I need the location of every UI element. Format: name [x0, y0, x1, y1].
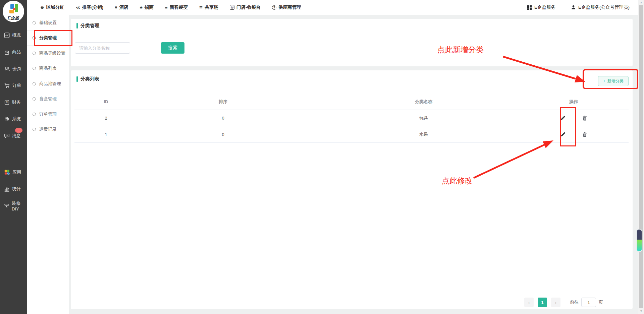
radio-bullet-icon: [33, 21, 36, 24]
sidebar-item-system[interactable]: 系统: [0, 111, 27, 127]
sidebar-item-orders[interactable]: 订单: [0, 77, 27, 94]
gear-icon: [4, 116, 10, 122]
sidebar-label: 订单: [12, 82, 21, 88]
title-accent-bar: [76, 23, 78, 28]
submenu-item-freight-records[interactable]: 运费记录: [27, 122, 69, 137]
cell-sort: 0: [138, 116, 309, 121]
logo-shape: [9, 10, 14, 13]
sidebar-label: 消息: [12, 133, 21, 139]
sidebar-item-members[interactable]: 会员: [0, 60, 27, 77]
submenu-label: 分类管理: [39, 35, 57, 41]
browser-scrollbar[interactable]: ▲ ▼: [638, 0, 644, 314]
submenu-label: 基础设置: [39, 20, 57, 26]
cell-category-name: 水果: [309, 131, 539, 137]
yen-icon: ¥: [115, 5, 117, 10]
sidebar-item-overview[interactable]: 概况: [0, 27, 27, 44]
prev-page-button[interactable]: ‹: [524, 298, 534, 307]
nav-label: 新客裂变: [170, 4, 188, 10]
goto-page: 前往 页: [570, 298, 603, 307]
logo-shape: [13, 8, 15, 10]
goto-page-input[interactable]: [581, 298, 596, 307]
search-row: 搜索: [75, 42, 184, 54]
shopping-bag-icon: [4, 49, 10, 55]
radio-bullet-icon: [33, 36, 36, 40]
table-header-row: ID 排序 分类名称 操作: [74, 94, 629, 110]
sidebar-label: 装修DIY: [12, 200, 27, 211]
submenu-item-blind-box[interactable]: 盲盒管理: [27, 91, 69, 107]
nav-item-region-dividend[interactable]: ♚ 区域分红: [40, 4, 64, 10]
share-icon: ≪: [76, 5, 80, 10]
submenu-item-goods-pool[interactable]: 商品池管理: [27, 76, 69, 91]
sidebar-item-decorate-diy[interactable]: 装修DIY: [0, 197, 27, 214]
header-sort: 排序: [138, 99, 309, 105]
goods-submenu: 基础设置 分类管理 商品等级设置 商品列表 商品池管理 盲盒管理 订单管理 运费…: [27, 15, 69, 314]
sidebar-item-apps[interactable]: 应用: [0, 164, 27, 181]
submenu-item-order-management[interactable]: 订单管理: [27, 107, 69, 122]
nav-item-new-customer-fission[interactable]: ≡ 新客裂变: [165, 4, 188, 10]
paint-roller-icon: [4, 203, 9, 209]
add-category-button[interactable]: + 新增分类: [598, 76, 629, 86]
app-logo[interactable]: E企盈: [3, 1, 24, 22]
header-id: ID: [74, 99, 138, 104]
edit-button[interactable]: [559, 114, 567, 122]
edit-button[interactable]: [559, 131, 567, 138]
search-button[interactable]: 搜索: [161, 42, 184, 54]
cell-id: 1: [74, 132, 138, 137]
scroll-down-icon[interactable]: ▼: [638, 310, 644, 313]
submenu-item-goods-level-settings[interactable]: 商品等级设置: [27, 46, 69, 61]
service-menu[interactable]: E企盈服务: [527, 4, 555, 10]
sidebar-item-finance[interactable]: ¥ 财务: [0, 94, 27, 111]
pagination: ‹ 1 › 前往 页: [524, 298, 603, 307]
submenu-item-basic-settings[interactable]: 基础设置: [27, 15, 69, 30]
sidebar-label: 会员: [12, 66, 21, 72]
sidebar-menu: 概况 商品 会员 订单 ¥ 财务: [0, 27, 27, 214]
category-search-panel: 分类管理 搜索: [71, 19, 633, 66]
table-row: 1 0 水果: [74, 126, 629, 143]
region-dividend-icon: ♚: [40, 5, 44, 10]
scroll-up-icon[interactable]: ▲: [638, 1, 644, 4]
nav-item-distribution[interactable]: ≪ 推客(分销): [76, 4, 104, 10]
list-icon: ≣: [199, 5, 203, 10]
category-list-panel: 分类列表 + 新增分类 ID 排序 分类名称 操作 2 0 玩具: [71, 70, 633, 309]
next-page-button[interactable]: ›: [551, 298, 560, 307]
apps-grid-icon: [4, 169, 10, 175]
sidebar-item-messages[interactable]: 消息 ...: [0, 127, 27, 144]
clover-icon: ♣: [140, 5, 143, 10]
sidebar-label: 应用: [12, 169, 21, 175]
scroll-progress-widget: [636, 229, 642, 252]
panel-title-text: 分类管理: [80, 23, 99, 29]
nav-item-hotel[interactable]: ¥ 酒店: [115, 4, 128, 10]
delete-button[interactable]: [581, 115, 588, 122]
account-menu[interactable]: E企盈服务(公众号管理员): [571, 4, 630, 10]
cell-category-name: 玩具: [309, 115, 539, 121]
logo-text: E企盈: [3, 15, 24, 21]
nav-label: 共享链: [205, 4, 219, 10]
panel-title: 分类列表: [76, 76, 99, 82]
category-name-input[interactable]: [75, 42, 130, 54]
nav-item-supplier-management[interactable]: S 供应商管理: [272, 4, 301, 10]
trash-icon: [582, 132, 588, 137]
cell-id: 2: [74, 116, 138, 121]
plus-icon: +: [603, 79, 605, 83]
pencil-icon: [560, 115, 566, 121]
header-category-name: 分类名称: [309, 99, 539, 105]
cart-icon: [4, 83, 10, 88]
scrollbar-thumb[interactable]: [639, 5, 643, 308]
main-content: 分类管理 搜索 分类列表 + 新增分类 ID 排序 分类名称 操作 2 0: [69, 15, 638, 314]
top-navigation: ♚ 区域分红 ≪ 推客(分销) ¥ 酒店 ♣ 招商 ≡ 新客裂变 ≣ 共享链 @…: [27, 4, 301, 10]
radio-bullet-icon: [33, 97, 36, 101]
nav-label: 招商: [145, 4, 154, 10]
sidebar-item-goods[interactable]: 商品: [0, 44, 27, 60]
table-row: 2 0 玩具: [74, 110, 629, 126]
nav-item-store-cashier[interactable]: @ 门店-收银台: [230, 4, 261, 10]
delete-button[interactable]: [581, 131, 588, 138]
submenu-label: 商品等级设置: [39, 50, 65, 56]
page-1-button[interactable]: 1: [538, 298, 547, 307]
nav-item-investment[interactable]: ♣ 招商: [140, 4, 154, 10]
sidebar-item-statistics[interactable]: 统计: [0, 181, 27, 197]
nav-item-share-chain[interactable]: ≣ 共享链: [199, 4, 218, 10]
grid-icon: [527, 5, 532, 10]
submenu-item-goods-list[interactable]: 商品列表: [27, 61, 69, 76]
panel-title: 分类管理: [76, 23, 99, 29]
submenu-item-category-management[interactable]: 分类管理: [27, 30, 69, 46]
